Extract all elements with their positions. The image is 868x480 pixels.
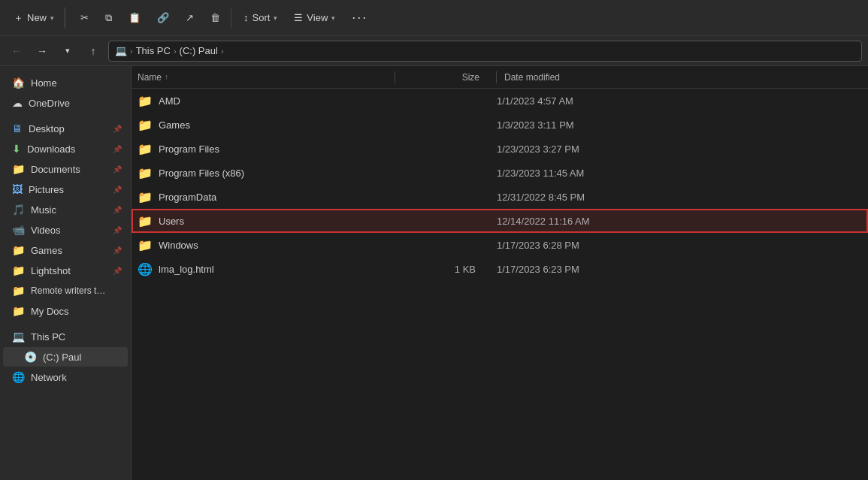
new-chevron-icon: ▾	[50, 14, 54, 22]
table-row[interactable]: 📁 ProgramData 12/31/2022 8:45 PM	[132, 185, 868, 209]
sort-icon: ↕	[243, 12, 249, 23]
table-row[interactable]: 📁 Windows 1/17/2023 6:28 PM	[132, 233, 868, 257]
pin-icon-doc: 📌	[113, 165, 122, 174]
sidebar-item-my-docs[interactable]: 📁 My Docs	[3, 301, 128, 321]
breadcrumb-this-pc[interactable]: This PC	[136, 45, 171, 56]
paste-icon: 📋	[129, 12, 141, 23]
table-row[interactable]: 🌐 lma_log.html 1 KB 1/17/2023 6:23 PM	[132, 257, 868, 281]
c-drive-icon: 💿	[24, 351, 37, 363]
view-label: View	[307, 12, 328, 23]
file-name: ProgramData	[159, 192, 216, 203]
table-row[interactable]: 📁 Program Files 1/23/2023 3:27 PM	[132, 137, 868, 161]
sidebar-item-music-label: Music	[31, 204, 56, 216]
copy-button[interactable]: ⧉	[98, 8, 119, 29]
breadcrumb-c-paul[interactable]: (C:) Paul	[180, 45, 218, 56]
sidebar-item-pictures[interactable]: 🖼 Pictures 📌	[3, 180, 128, 199]
recent-icon: ▾	[65, 46, 70, 56]
paste-button[interactable]: 📋	[121, 8, 148, 28]
col-size-label: Size	[462, 72, 479, 83]
copy-path-icon: 🔗	[157, 12, 169, 23]
pin-icon-games: 📌	[113, 246, 122, 255]
folder-icon: 📁	[138, 142, 153, 156]
view-button[interactable]: ☰ View ▾	[286, 8, 343, 28]
sidebar-item-lightshot[interactable]: 📁 Lightshot 📌	[3, 261, 128, 280]
sidebar-item-network-label: Network	[31, 372, 67, 383]
sort-chevron-icon: ▾	[274, 14, 277, 22]
cut-button[interactable]: ✂	[73, 8, 96, 28]
sidebar-devices-section: 💻 This PC 💿 (C:) Paul 🌐 Network	[0, 327, 131, 387]
more-icon: ···	[352, 10, 367, 25]
up-button[interactable]: ↑	[83, 41, 104, 62]
sidebar-item-onedrive[interactable]: ☁ OneDrive	[3, 93, 128, 113]
sidebar-item-videos[interactable]: 📹 Videos 📌	[3, 220, 128, 240]
sidebar-pinned-section: 🖥 Desktop 📌 ⬇ Downloads 📌 📁 Documents 📌 …	[0, 119, 131, 321]
file-date-cell: 12/14/2022 11:16 AM	[491, 216, 862, 227]
sort-label: Sort	[253, 12, 271, 23]
sidebar-item-games[interactable]: 📁 Games 📌	[3, 240, 128, 260]
sidebar-item-documents[interactable]: 📁 Documents 📌	[3, 159, 128, 179]
sidebar-item-c-paul-label: (C:) Paul	[43, 352, 81, 363]
col-date-header[interactable]: Date modified	[498, 72, 862, 83]
file-name: Games	[159, 119, 190, 131]
new-button[interactable]: ＋ New ▾	[6, 7, 65, 29]
games-icon: 📁	[12, 244, 25, 256]
file-name: lma_log.html	[159, 264, 214, 275]
file-name: Program Files (x86)	[159, 168, 244, 179]
delete-button[interactable]: 🗑	[203, 8, 228, 28]
col-size-header[interactable]: Size	[397, 72, 494, 83]
folder-icon: 📁	[138, 94, 153, 108]
recent-locations-button[interactable]: ▾	[57, 41, 78, 62]
pin-icon-music: 📌	[113, 206, 122, 214]
breadcrumb[interactable]: 💻 › This PC › (C:) Paul ›	[108, 41, 862, 62]
sort-button[interactable]: ↕ Sort ▾	[236, 8, 285, 28]
file-name-cell: 📁 Program Files	[138, 142, 393, 156]
table-row[interactable]: 📁 AMD 1/1/2023 4:57 AM	[132, 89, 868, 113]
folder-icon: 📁	[138, 238, 153, 252]
sidebar-item-downloads[interactable]: ⬇ Downloads 📌	[3, 139, 128, 158]
desktop-icon: 🖥	[12, 122, 23, 134]
pin-icon: 📌	[113, 125, 122, 133]
sidebar-item-this-pc[interactable]: 💻 This PC	[3, 327, 128, 346]
sidebar-item-music[interactable]: 🎵 Music 📌	[3, 200, 128, 219]
table-row[interactable]: 📁 Program Files (x86) 1/23/2023 11:45 AM	[132, 161, 868, 185]
sidebar-item-this-pc-label: This PC	[31, 331, 65, 343]
col-name-header[interactable]: Name ↑	[138, 72, 393, 83]
breadcrumb-sep2: ›	[174, 47, 177, 56]
folder-icon: 📁	[138, 214, 153, 228]
forward-button[interactable]: →	[32, 41, 53, 62]
sidebar-item-home[interactable]: 🏠 Home	[3, 73, 128, 92]
file-date-cell: 1/1/2023 4:57 AM	[491, 95, 862, 107]
pictures-icon: 🖼	[12, 183, 23, 195]
sidebar-item-desktop[interactable]: 🖥 Desktop 📌	[3, 119, 128, 138]
file-date-cell: 1/3/2023 3:11 PM	[491, 119, 862, 131]
pin-icon-vid: 📌	[113, 226, 122, 234]
share-button[interactable]: ↗	[178, 8, 201, 28]
sidebar-item-documents-label: Documents	[31, 164, 80, 175]
col-date-label: Date modified	[504, 72, 560, 83]
table-row[interactable]: 📁 Games 1/3/2023 3:11 PM	[132, 113, 868, 137]
toolbar: ＋ New ▾ ✂ ⧉ 📋 🔗 ↗ 🗑 ↕ Sort ▾ ☰ View ▾	[0, 0, 868, 36]
content-pane[interactable]: Name ↑ Size Date modified 📁 AMD 1/1/2023…	[132, 66, 868, 480]
sidebar-item-home-label: Home	[31, 77, 57, 89]
copy-path-button[interactable]: 🔗	[150, 8, 177, 28]
file-name-cell: 📁 Users	[138, 214, 393, 228]
new-label: New	[27, 12, 47, 23]
sidebar-item-remote-writers-tech[interactable]: 📁 Remote writers tech	[3, 281, 128, 300]
table-row-users[interactable]: 📁 Users 12/14/2022 11:16 AM	[132, 209, 868, 233]
forward-icon: →	[37, 45, 47, 57]
folder-icon: 📁	[138, 166, 153, 180]
back-button[interactable]: ←	[6, 41, 27, 62]
file-name-cell: 📁 AMD	[138, 94, 393, 108]
sidebar-item-c-paul[interactable]: 💿 (C:) Paul	[3, 347, 128, 367]
pin-icon-ls: 📌	[113, 267, 122, 275]
file-name-cell: 📁 Program Files (x86)	[138, 166, 393, 180]
remote-writers-icon: 📁	[12, 285, 25, 297]
file-size-cell: 1 KB	[393, 264, 491, 275]
more-options-button[interactable]: ···	[344, 5, 375, 30]
file-name: Windows	[159, 240, 198, 251]
file-name: AMD	[159, 95, 180, 107]
delete-icon: 🗑	[210, 12, 220, 23]
up-icon: ↑	[91, 45, 96, 57]
sidebar-item-onedrive-label: OneDrive	[29, 98, 70, 109]
sidebar-item-network[interactable]: 🌐 Network	[3, 367, 128, 387]
